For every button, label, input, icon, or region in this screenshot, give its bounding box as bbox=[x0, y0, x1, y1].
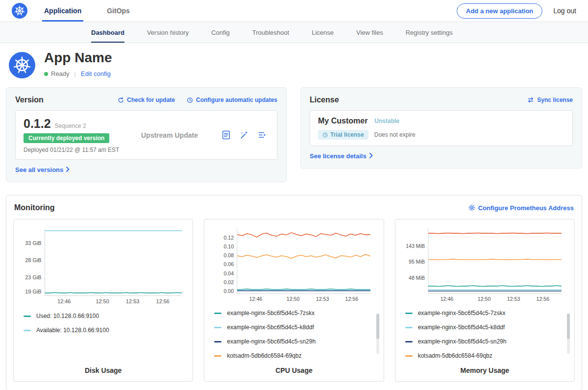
tab-license[interactable]: License bbox=[312, 22, 334, 43]
svg-text:12:56: 12:56 bbox=[156, 298, 170, 304]
svg-text:12:46: 12:46 bbox=[249, 296, 263, 302]
legend-label: example-nginx-5bc6f5d4c5-sn29h bbox=[418, 338, 507, 345]
status-dot bbox=[44, 72, 48, 76]
current-version-box: 0.1.2 Sequence 2 Currently deployed vers… bbox=[15, 110, 277, 160]
see-license-details-link[interactable]: See license details bbox=[310, 152, 373, 160]
legend-scrollbar[interactable] bbox=[376, 314, 379, 354]
configure-prometheus-label: Configure Prometheus Address bbox=[478, 204, 574, 212]
svg-text:0.02: 0.02 bbox=[224, 279, 234, 285]
edit-config-icon[interactable] bbox=[240, 130, 249, 140]
license-card: License Sync license My Customer Unstabl… bbox=[300, 87, 582, 169]
channel-label: Unstable bbox=[374, 118, 399, 124]
see-all-versions-label: See all versions bbox=[15, 166, 63, 173]
configure-prometheus-link[interactable]: Configure Prometheus Address bbox=[468, 204, 574, 212]
chevron-right-icon bbox=[369, 152, 373, 160]
kubernetes-logo-icon[interactable] bbox=[12, 3, 27, 19]
legend-item[interactable]: example-nginx-5bc6f5d4c5-k8ddf bbox=[214, 324, 377, 331]
legend-item[interactable]: kotsadm-5db6dc6584-69qbz bbox=[405, 352, 568, 359]
legend-item[interactable]: example-nginx-5bc6f5d4c5-sn29h bbox=[405, 338, 568, 345]
tab-view-files[interactable]: View files bbox=[356, 22, 383, 43]
license-card-title: License bbox=[310, 96, 339, 104]
legend-scrollbar[interactable] bbox=[567, 314, 570, 354]
tab-registry-settings[interactable]: Registry settings bbox=[406, 22, 453, 43]
svg-text:23 GiB: 23 GiB bbox=[25, 274, 41, 280]
configure-automatic-updates-label: Configure automatic updates bbox=[196, 97, 277, 103]
legend-item[interactable]: kotsadm-5db6dc6584-69qbz bbox=[214, 352, 377, 359]
legend-item[interactable]: example-nginx-5bc6f5d4c5-7zskx bbox=[214, 310, 377, 317]
svg-text:95 MiB: 95 MiB bbox=[409, 259, 425, 265]
svg-text:33 GiB: 33 GiB bbox=[25, 240, 41, 246]
legend-label: Available: 10.128.0.66:9100 bbox=[36, 327, 109, 334]
chart-legend: example-nginx-5bc6f5d4c5-7zskxexample-ng… bbox=[210, 310, 377, 366]
topnav-right: Add a new application Log out bbox=[457, 3, 576, 19]
tab-gitops[interactable]: GitOps bbox=[105, 0, 132, 22]
release-notes-icon[interactable] bbox=[221, 130, 231, 140]
legend-item[interactable]: example-nginx-5bc6f5d4c5-k8ddf bbox=[405, 324, 568, 331]
configure-automatic-updates-link[interactable]: Configure automatic updates bbox=[187, 97, 277, 103]
legend-label: kotsadm-5db6dc6584-69qbz bbox=[418, 352, 492, 359]
gear-icon bbox=[468, 204, 475, 211]
chevron-right-icon bbox=[66, 166, 70, 173]
tab-dashboard[interactable]: Dashboard bbox=[91, 22, 124, 43]
svg-text:12:46: 12:46 bbox=[57, 298, 71, 304]
charts-row: 19 GiB23 GiB28 GiB33 GiB12:4612:5012:531… bbox=[13, 219, 575, 382]
svg-text:0.12: 0.12 bbox=[224, 235, 234, 241]
license-type-label: Trial license bbox=[330, 131, 364, 138]
svg-text:12:50: 12:50 bbox=[96, 298, 109, 304]
legend-label: example-nginx-5bc6f5d4c5-k8ddf bbox=[227, 324, 314, 331]
tab-gitops-label: GitOps bbox=[107, 7, 130, 15]
legend-swatch bbox=[24, 316, 31, 317]
scrollbar-thumb[interactable] bbox=[376, 314, 379, 339]
legend-label: example-nginx-5bc6f5d4c5-7zskx bbox=[227, 310, 315, 317]
version-number: 0.1.2 bbox=[24, 117, 51, 131]
sync-license-label: Sync license bbox=[537, 97, 573, 103]
legend-swatch bbox=[405, 355, 413, 357]
app-logo-icon bbox=[9, 52, 35, 78]
svg-text:12:56: 12:56 bbox=[536, 296, 549, 302]
tab-version-history[interactable]: Version history bbox=[147, 22, 189, 43]
customer-name: My Customer bbox=[318, 117, 368, 125]
diff-icon[interactable] bbox=[258, 130, 267, 140]
tab-config[interactable]: Config bbox=[211, 22, 230, 43]
svg-text:12:53: 12:53 bbox=[126, 298, 139, 304]
check-for-update-label: Check for update bbox=[127, 97, 175, 103]
app-subnav: Dashboard Version history Config Trouble… bbox=[0, 22, 588, 43]
legend-item[interactable]: Used: 10.128.0.66:9100 bbox=[24, 313, 187, 319]
legend-item[interactable]: example-nginx-5bc6f5d4c5-7zskx bbox=[405, 310, 568, 317]
svg-text:12:50: 12:50 bbox=[477, 296, 490, 302]
sync-license-link[interactable]: Sync license bbox=[527, 97, 573, 103]
deployed-status-badge: Currently deployed version bbox=[24, 133, 109, 143]
license-type-badge: Trial license bbox=[318, 130, 368, 140]
legend-swatch bbox=[214, 313, 221, 314]
legend-item[interactable]: example-nginx-5bc6f5d4c5-sn29h bbox=[214, 338, 377, 345]
svg-text:12:53: 12:53 bbox=[316, 296, 329, 302]
svg-text:12:53: 12:53 bbox=[507, 296, 520, 302]
svg-text:19 GiB: 19 GiB bbox=[25, 289, 41, 294]
sync-icon bbox=[527, 97, 534, 103]
legend-swatch bbox=[214, 355, 221, 357]
clock-icon bbox=[322, 132, 328, 138]
see-all-versions-link[interactable]: See all versions bbox=[15, 166, 70, 173]
legend-swatch bbox=[405, 341, 413, 342]
version-card-title: Version bbox=[15, 96, 44, 104]
tab-application[interactable]: Application bbox=[42, 0, 83, 22]
status-text: Ready bbox=[51, 70, 70, 77]
tab-troubleshoot[interactable]: Troubleshoot bbox=[252, 22, 289, 43]
svg-text:28 GiB: 28 GiB bbox=[25, 257, 41, 263]
version-sequence: Sequence 2 bbox=[55, 122, 86, 129]
main-content: App Name Ready | Edit config Version Che… bbox=[0, 43, 588, 390]
chart-legend: example-nginx-5bc6f5d4c5-7zskxexample-ng… bbox=[401, 310, 568, 366]
tab-application-label: Application bbox=[44, 7, 81, 15]
scrollbar-thumb[interactable] bbox=[567, 314, 570, 339]
legend-swatch bbox=[214, 327, 221, 328]
edit-config-link[interactable]: Edit config bbox=[81, 70, 111, 77]
check-for-update-link[interactable]: Check for update bbox=[118, 97, 175, 103]
chart-legend: Used: 10.128.0.66:9100Available: 10.128.… bbox=[20, 313, 187, 341]
svg-text:12:50: 12:50 bbox=[287, 296, 300, 302]
add-application-button[interactable]: Add a new application bbox=[457, 3, 542, 19]
svg-text:0.10: 0.10 bbox=[224, 244, 234, 249]
clock-update-icon bbox=[187, 97, 193, 103]
legend-item[interactable]: Available: 10.128.0.66:9100 bbox=[24, 327, 187, 334]
logout-link[interactable]: Log out bbox=[553, 7, 576, 15]
cpu-usage-plot: 0.000.020.040.060.080.100.1212:4612:5012… bbox=[210, 225, 377, 306]
